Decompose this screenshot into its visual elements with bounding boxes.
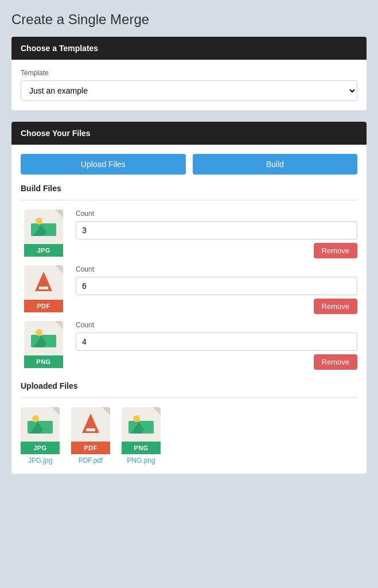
page-title: Create a Single Merge (11, 11, 367, 28)
files-card: Choose Your Files Upload Files Build Bui… (11, 122, 367, 474)
svg-rect-0 (39, 287, 48, 289)
uploaded-pdf-graphic (78, 411, 103, 436)
png-badge: PNG (24, 355, 63, 368)
uploaded-png-graphic (128, 413, 154, 434)
build-file-row-png: PNG Count Remove (21, 321, 357, 377)
build-files-divider (21, 200, 357, 200)
uploaded-jpg-icon: JPG (21, 407, 60, 454)
pdf-remove-button[interactable]: Remove (314, 299, 357, 314)
template-card-body: Template Just an example (11, 60, 367, 110)
uploaded-png-label: PNG.png (127, 457, 155, 465)
uploaded-pdf-icon: PDF (71, 407, 110, 454)
uploaded-item-pdf: PDF PDF.pdf (71, 407, 110, 465)
jpg-controls: Count Remove (76, 210, 357, 258)
template-select[interactable]: Just an example (21, 80, 357, 101)
pdf-count-label: Count (76, 265, 357, 273)
uploaded-png-icon: PNG (122, 407, 161, 454)
jpg-img-graphic (31, 215, 56, 236)
uploaded-pdf-fold (102, 407, 110, 415)
build-file-row-jpg: JPG Count Remove (21, 210, 357, 265)
upload-files-button[interactable]: Upload Files (21, 154, 186, 175)
uploaded-pdf-label: PDF.pdf (79, 457, 103, 465)
png-icon-fold (55, 321, 63, 329)
uploaded-item-jpg: JPG JPG.jpg (21, 407, 60, 465)
png-controls: Count Remove (76, 321, 357, 370)
png-file-icon: PNG (24, 321, 63, 368)
pdf-file-icon: PDF (24, 265, 63, 312)
uploaded-files-grid: JPG JPG.jpg PDF (21, 407, 357, 465)
files-card-header: Choose Your Files (11, 122, 367, 145)
pdf-controls: Count Remove (76, 265, 357, 314)
build-files-title: Build Files (21, 184, 357, 193)
uploaded-png-badge: PNG (122, 442, 161, 454)
jpg-file-icon: JPG (24, 210, 63, 257)
action-buttons-row: Upload Files Build (21, 154, 357, 175)
pdf-badge: PDF (24, 300, 63, 312)
uploaded-files-title: Uploaded Files (21, 381, 357, 390)
pdf-count-input[interactable] (76, 277, 357, 295)
files-card-body: Upload Files Build Build Files (11, 145, 367, 474)
uploaded-pdf-badge: PDF (71, 442, 110, 454)
uploaded-jpg-badge: JPG (21, 442, 60, 454)
uploaded-png-fold (153, 407, 161, 415)
jpg-icon-wrap: JPG (21, 210, 67, 257)
png-img-graphic (31, 327, 56, 347)
uploaded-jpg-graphic (28, 413, 53, 434)
png-remove-button[interactable]: Remove (314, 354, 357, 370)
jpg-count-label: Count (76, 210, 357, 218)
pdf-icon-wrap: PDF (21, 265, 67, 312)
uploaded-pdf-svg (81, 412, 100, 435)
pdf-a-graphic (31, 269, 56, 295)
uploaded-jpg-label: JPG.jpg (28, 457, 53, 465)
uploaded-files-divider (21, 397, 357, 398)
uploaded-jpg-fold (52, 407, 60, 415)
png-mountain-graphic (31, 335, 56, 347)
png-count-input[interactable] (76, 332, 357, 351)
jpg-badge: JPG (24, 244, 63, 257)
svg-rect-1 (86, 428, 95, 431)
pdf-a-svg (34, 270, 53, 293)
jpg-remove-button[interactable]: Remove (314, 243, 357, 258)
template-card-header: Choose a Templates (11, 37, 367, 60)
png-icon-wrap: PNG (21, 321, 67, 368)
template-card: Choose a Templates Template Just an exam… (11, 37, 367, 110)
png-count-label: Count (76, 321, 357, 329)
jpg-icon-fold (55, 210, 63, 218)
build-file-row-pdf: PDF Count Remove (21, 265, 357, 321)
build-button[interactable]: Build (193, 154, 358, 175)
pdf-icon-fold (55, 265, 63, 273)
uploaded-item-png: PNG PNG.png (122, 407, 161, 465)
mountain-graphic (31, 223, 56, 236)
jpg-count-input[interactable] (76, 221, 357, 239)
template-label: Template (21, 69, 357, 77)
